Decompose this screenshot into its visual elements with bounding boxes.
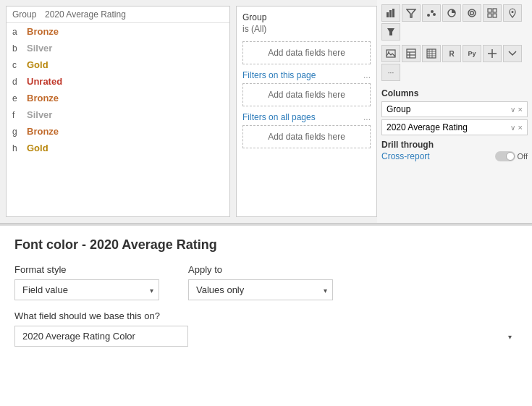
svg-rect-2 bbox=[392, 9, 394, 17]
column-chip-rating-actions: ∨ × bbox=[510, 123, 523, 132]
map-icon[interactable] bbox=[503, 4, 522, 22]
funnel-icon[interactable] bbox=[381, 23, 400, 41]
filter-icon[interactable] bbox=[402, 4, 421, 22]
filters-panel: Group is (All) Add data fields here Filt… bbox=[236, 6, 377, 217]
format-style-select-wrapper: Field value ▾ bbox=[14, 279, 159, 300]
row-value: Gold bbox=[27, 59, 48, 70]
apply-to-select[interactable]: Values only bbox=[188, 279, 333, 300]
svg-point-9 bbox=[470, 12, 474, 15]
filter-add-fields-top[interactable]: Add data fields here bbox=[242, 41, 371, 64]
row-key: c bbox=[12, 60, 27, 70]
svg-rect-10 bbox=[488, 9, 491, 12]
column-chip-group-label: Group bbox=[387, 104, 410, 114]
table-panel: Group 2020 Average Rating a Bronze b Sil… bbox=[6, 6, 230, 217]
scatter-icon[interactable] bbox=[422, 4, 441, 22]
col-group-header: Group bbox=[12, 9, 45, 20]
main-container: Group 2020 Average Rating a Bronze b Sil… bbox=[0, 0, 532, 406]
svg-rect-12 bbox=[488, 14, 491, 17]
format-style-select[interactable]: Field value bbox=[14, 279, 159, 300]
filters-on-page-section: Filters on this page ... bbox=[242, 70, 371, 80]
donut-icon[interactable] bbox=[463, 4, 481, 22]
row-value: Gold bbox=[27, 143, 48, 153]
filters-on-all-dots[interactable]: ... bbox=[363, 112, 371, 122]
filters-on-all-label: Filters on all pages bbox=[242, 112, 316, 122]
svg-point-4 bbox=[427, 14, 430, 17]
svg-marker-3 bbox=[407, 9, 415, 17]
icon-grid-row2: R Py ··· bbox=[381, 45, 528, 81]
filter-group-value: is (All) bbox=[242, 24, 371, 34]
table-row: c Gold bbox=[7, 56, 229, 73]
base-field-group: What field should we base this on? 2020 … bbox=[14, 310, 518, 347]
table-row: b Silver bbox=[7, 40, 229, 56]
python-icon[interactable]: Py bbox=[463, 45, 481, 62]
column-chip-rating-label: 2020 Average Rating bbox=[387, 122, 468, 132]
custom-visual-icon[interactable] bbox=[483, 45, 502, 62]
svg-rect-18 bbox=[407, 49, 415, 58]
bar-chart-icon[interactable] bbox=[381, 4, 400, 22]
svg-rect-1 bbox=[389, 10, 392, 17]
apply-to-group: Apply to Values only ▾ bbox=[188, 264, 333, 300]
svg-rect-0 bbox=[387, 12, 389, 17]
col-rating-header: 2020 Average Rating bbox=[45, 9, 126, 20]
column-chip-group-down-arrow[interactable]: ∨ bbox=[510, 106, 515, 114]
base-field-select-wrapper: 2020 Average Rating Color ▾ bbox=[14, 326, 518, 347]
drill-label: Drill through bbox=[381, 140, 528, 150]
columns-label: Columns bbox=[381, 88, 528, 98]
svg-rect-13 bbox=[493, 14, 497, 17]
table-row: g Bronze bbox=[7, 123, 229, 140]
base-field-select[interactable]: 2020 Average Rating Color bbox=[14, 326, 188, 347]
filters-on-all-section: Filters on all pages ... bbox=[242, 112, 371, 122]
row-value: Bronze bbox=[27, 126, 59, 137]
column-chip-group-remove[interactable]: × bbox=[518, 105, 523, 114]
top-section: Group 2020 Average Rating a Bronze b Sil… bbox=[0, 0, 532, 224]
format-style-group: Format style Field value ▾ bbox=[14, 264, 159, 300]
filter-group-section: Group is (All) bbox=[242, 12, 371, 34]
row-key: e bbox=[12, 93, 27, 103]
row-value: Silver bbox=[27, 43, 52, 54]
table-icon[interactable] bbox=[402, 45, 421, 62]
column-chip-group: Group ∨ × bbox=[381, 101, 528, 117]
column-chip-rating-remove[interactable]: × bbox=[518, 123, 523, 132]
filter-add-fields-all[interactable]: Add data fields here bbox=[242, 125, 371, 148]
cross-report-toggle[interactable]: Off bbox=[495, 151, 528, 161]
table-rows: a Bronze b Silver c Gold d Unrated e Bro… bbox=[7, 23, 229, 156]
row-key: f bbox=[12, 110, 27, 120]
apply-to-select-wrapper: Values only ▾ bbox=[188, 279, 333, 300]
svg-point-6 bbox=[433, 13, 436, 16]
table-row: a Bronze bbox=[7, 23, 229, 40]
toggle-track[interactable] bbox=[495, 151, 515, 161]
row-key: h bbox=[12, 143, 27, 153]
column-chip-group-actions: ∨ × bbox=[510, 105, 523, 114]
icon-grid-row1 bbox=[381, 4, 528, 41]
row-key: d bbox=[12, 77, 27, 87]
svg-point-5 bbox=[431, 10, 434, 13]
cross-report-label: Cross-report bbox=[381, 151, 430, 161]
toggle-knob bbox=[506, 152, 515, 161]
filters-on-page-label: Filters on this page bbox=[242, 70, 316, 80]
toolbar-panel: R Py ··· Columns Group bbox=[377, 0, 532, 223]
row-key: b bbox=[12, 43, 27, 54]
filters-on-page-dots[interactable]: ... bbox=[363, 70, 371, 80]
pie-icon[interactable] bbox=[442, 4, 461, 22]
column-chip-rating-down-arrow[interactable]: ∨ bbox=[510, 124, 515, 132]
more-icon[interactable]: ··· bbox=[381, 64, 400, 81]
table-row: e Bronze bbox=[7, 90, 229, 106]
base-field-chevron: ▾ bbox=[508, 332, 512, 340]
toggle-text: Off bbox=[518, 152, 528, 161]
row-value: Bronze bbox=[27, 93, 59, 103]
forward-icon[interactable] bbox=[503, 45, 522, 62]
image-icon[interactable] bbox=[381, 45, 400, 62]
form-row-1: Format style Field value ▾ Apply to Valu… bbox=[14, 264, 518, 300]
drill-sub: Cross-report Off bbox=[381, 151, 528, 161]
apply-to-label: Apply to bbox=[188, 264, 333, 275]
row-key: g bbox=[12, 127, 27, 137]
svg-point-14 bbox=[512, 11, 514, 13]
filter-add-fields-page[interactable]: Add data fields here bbox=[242, 83, 371, 106]
base-field-label: What field should we base this on? bbox=[14, 310, 518, 321]
r-script-icon[interactable]: R bbox=[442, 45, 461, 62]
matrix-icon[interactable] bbox=[422, 45, 441, 62]
filter-group-label: Group bbox=[242, 12, 371, 22]
columns-section: Columns Group ∨ × 2020 Average Rating ∨ … bbox=[381, 88, 528, 161]
grid-icon[interactable] bbox=[483, 4, 502, 22]
svg-marker-15 bbox=[387, 28, 394, 35]
